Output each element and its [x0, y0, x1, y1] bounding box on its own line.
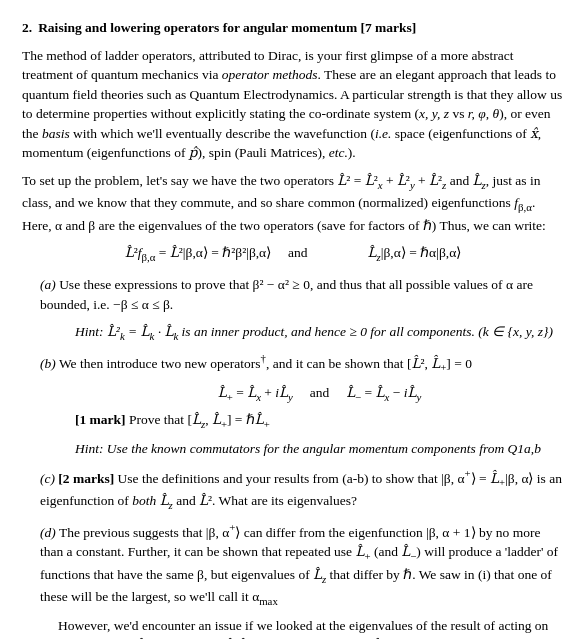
- part-d-text-2: However, we'd encounter an issue if we l…: [40, 616, 564, 639]
- problem-container: 2. Raising and lowering operators for an…: [22, 18, 564, 639]
- part-b-equations: L̂+ = L̂x + iL̂y and L̂− = L̂x − iL̂y: [75, 383, 564, 405]
- intro-para-2: To set up the problem, let's say we have…: [22, 171, 564, 235]
- part-b-hint: Hint: Use the known commutators for the …: [40, 439, 564, 459]
- part-c: (c) [2 marks] Use the definitions and yo…: [22, 466, 564, 513]
- equation-L2: L̂²fβ,α = L̂²|β,α⟩ = ℏ²β²|β,α⟩ and: [125, 243, 308, 265]
- part-d: (d) The previous suggests that |β, α+⟩ c…: [22, 520, 564, 639]
- equation-Lz: L̂z|β,α⟩ = ℏα|β,α⟩: [368, 243, 462, 265]
- part-b-subpart: [1 mark] Prove that [L̂z, L̂+] = ℏL̂+: [40, 410, 564, 432]
- part-a-text: (a) Use these expressions to prove that …: [40, 275, 564, 314]
- part-a: (a) Use these expressions to prove that …: [22, 275, 564, 343]
- problem-number: 2.: [22, 18, 32, 38]
- problem-header: 2. Raising and lowering operators for an…: [22, 18, 564, 38]
- lplus-eq: L̂+ = L̂x + iL̂y and L̂− = L̂x − iL̂y: [218, 383, 421, 405]
- part-b: (b) We then introduce two new operators†…: [22, 351, 564, 459]
- problem-title: Raising and lowering operators for angul…: [38, 18, 416, 38]
- main-equations: L̂²fβ,α = L̂²|β,α⟩ = ℏ²β²|β,α⟩ and L̂z|β…: [22, 243, 564, 265]
- part-b-text: (b) We then introduce two new operators†…: [40, 351, 564, 376]
- part-c-text: (c) [2 marks] Use the definitions and yo…: [40, 466, 564, 513]
- part-d-text-1: (d) The previous suggests that |β, α+⟩ c…: [40, 520, 564, 609]
- intro-para-1: The method of ladder operators, attribut…: [22, 46, 564, 163]
- part-a-hint: Hint: L̂²k = L̂k · L̂k is an inner produ…: [40, 322, 564, 344]
